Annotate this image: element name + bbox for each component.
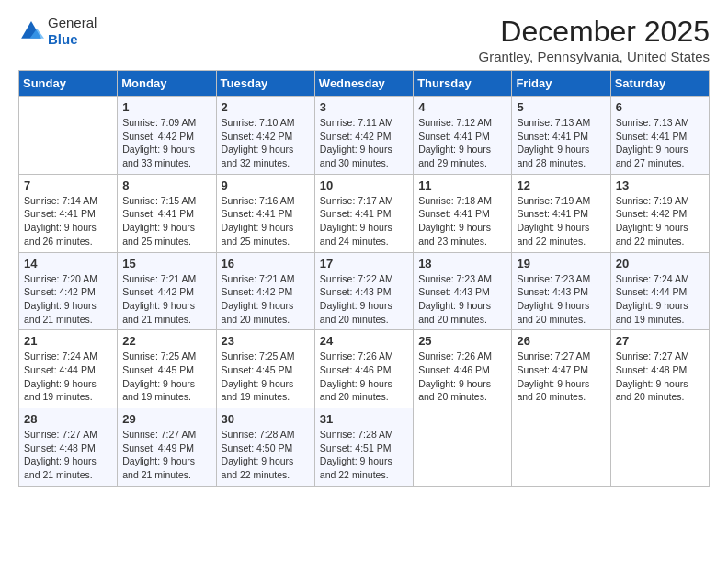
day-number: 30 bbox=[222, 412, 310, 426]
cell-text: Sunrise: 7:13 AMSunset: 4:41 PMDaylight:… bbox=[517, 116, 605, 170]
calendar-cell: 9Sunrise: 7:16 AMSunset: 4:41 PMDaylight… bbox=[216, 174, 314, 252]
calendar-cell: 7Sunrise: 7:14 AMSunset: 4:41 PMDaylight… bbox=[19, 174, 118, 252]
cell-text: Sunrise: 7:27 AMSunset: 4:47 PMDaylight:… bbox=[517, 350, 605, 404]
calendar-cell bbox=[512, 408, 610, 487]
logo-text: General Blue bbox=[48, 15, 97, 48]
day-number: 27 bbox=[616, 334, 704, 348]
day-number: 28 bbox=[24, 412, 112, 426]
header-cell: Wednesday bbox=[314, 71, 413, 97]
cell-text: Sunrise: 7:23 AMSunset: 4:43 PMDaylight:… bbox=[517, 272, 605, 327]
calendar-cell: 10Sunrise: 7:17 AMSunset: 4:41 PMDayligh… bbox=[314, 174, 413, 252]
day-number: 21 bbox=[24, 334, 112, 348]
calendar-cell bbox=[414, 408, 512, 487]
calendar-cell: 29Sunrise: 7:27 AMSunset: 4:49 PMDayligh… bbox=[118, 408, 216, 487]
day-number: 7 bbox=[24, 178, 112, 192]
day-number: 10 bbox=[320, 178, 408, 192]
header-cell: Tuesday bbox=[216, 71, 314, 97]
cell-text: Sunrise: 7:20 AMSunset: 4:42 PMDaylight:… bbox=[24, 272, 112, 327]
calendar-table: SundayMondayTuesdayWednesdayThursdayFrid… bbox=[18, 70, 710, 487]
day-number: 14 bbox=[24, 257, 112, 270]
calendar-cell bbox=[19, 97, 118, 175]
cell-text: Sunrise: 7:22 AMSunset: 4:43 PMDaylight:… bbox=[320, 272, 408, 327]
day-number: 25 bbox=[418, 334, 506, 348]
calendar-cell: 5Sunrise: 7:13 AMSunset: 4:41 PMDaylight… bbox=[512, 97, 610, 175]
cell-text: Sunrise: 7:18 AMSunset: 4:41 PMDaylight:… bbox=[418, 194, 506, 248]
calendar-cell: 11Sunrise: 7:18 AMSunset: 4:41 PMDayligh… bbox=[414, 174, 512, 252]
cell-text: Sunrise: 7:25 AMSunset: 4:45 PMDaylight:… bbox=[122, 350, 210, 404]
calendar-cell: 18Sunrise: 7:23 AMSunset: 4:43 PMDayligh… bbox=[414, 252, 512, 330]
header-cell: Thursday bbox=[414, 71, 512, 97]
cell-text: Sunrise: 7:24 AMSunset: 4:44 PMDaylight:… bbox=[616, 272, 704, 327]
day-number: 5 bbox=[517, 100, 605, 114]
calendar-cell: 15Sunrise: 7:21 AMSunset: 4:42 PMDayligh… bbox=[118, 252, 216, 330]
day-number: 9 bbox=[222, 178, 310, 192]
calendar-cell: 16Sunrise: 7:21 AMSunset: 4:42 PMDayligh… bbox=[216, 252, 314, 330]
header-cell: Monday bbox=[118, 71, 216, 97]
calendar-cell: 12Sunrise: 7:19 AMSunset: 4:41 PMDayligh… bbox=[512, 174, 610, 252]
day-number: 22 bbox=[122, 334, 210, 348]
header-row: SundayMondayTuesdayWednesdayThursdayFrid… bbox=[19, 71, 710, 97]
calendar-cell: 17Sunrise: 7:22 AMSunset: 4:43 PMDayligh… bbox=[314, 252, 413, 330]
calendar-cell: 6Sunrise: 7:13 AMSunset: 4:41 PMDaylight… bbox=[610, 97, 709, 175]
cell-text: Sunrise: 7:19 AMSunset: 4:41 PMDaylight:… bbox=[517, 194, 605, 248]
header-cell: Saturday bbox=[610, 71, 709, 97]
cell-text: Sunrise: 7:09 AMSunset: 4:42 PMDaylight:… bbox=[122, 116, 210, 170]
calendar-cell bbox=[610, 408, 709, 487]
calendar-cell: 19Sunrise: 7:23 AMSunset: 4:43 PMDayligh… bbox=[512, 252, 610, 330]
cell-text: Sunrise: 7:16 AMSunset: 4:41 PMDaylight:… bbox=[222, 194, 310, 248]
day-number: 26 bbox=[517, 334, 605, 348]
calendar-cell: 21Sunrise: 7:24 AMSunset: 4:44 PMDayligh… bbox=[19, 330, 118, 408]
calendar-row: 28Sunrise: 7:27 AMSunset: 4:48 PMDayligh… bbox=[19, 408, 710, 487]
day-number: 13 bbox=[616, 178, 704, 192]
calendar-cell: 25Sunrise: 7:26 AMSunset: 4:46 PMDayligh… bbox=[414, 330, 512, 408]
day-number: 8 bbox=[122, 178, 210, 192]
location: Grantley, Pennsylvania, United States bbox=[478, 49, 710, 64]
calendar-cell: 30Sunrise: 7:28 AMSunset: 4:50 PMDayligh… bbox=[216, 408, 314, 487]
cell-text: Sunrise: 7:12 AMSunset: 4:41 PMDaylight:… bbox=[418, 116, 506, 170]
cell-text: Sunrise: 7:26 AMSunset: 4:46 PMDaylight:… bbox=[320, 350, 408, 404]
month-title: December 2025 bbox=[478, 15, 710, 49]
cell-text: Sunrise: 7:27 AMSunset: 4:48 PMDaylight:… bbox=[24, 428, 112, 482]
calendar-header: SundayMondayTuesdayWednesdayThursdayFrid… bbox=[19, 71, 710, 97]
day-number: 24 bbox=[320, 334, 408, 348]
header-cell: Sunday bbox=[19, 71, 118, 97]
day-number: 4 bbox=[418, 100, 506, 114]
day-number: 19 bbox=[517, 257, 605, 270]
calendar-cell: 28Sunrise: 7:27 AMSunset: 4:48 PMDayligh… bbox=[19, 408, 118, 487]
calendar-cell: 24Sunrise: 7:26 AMSunset: 4:46 PMDayligh… bbox=[314, 330, 413, 408]
cell-text: Sunrise: 7:21 AMSunset: 4:42 PMDaylight:… bbox=[222, 272, 310, 327]
page-header: General Blue December 2025 Grantley, Pen… bbox=[18, 15, 710, 64]
logo: General Blue bbox=[18, 15, 97, 48]
logo-general: General bbox=[48, 15, 97, 31]
day-number: 12 bbox=[517, 178, 605, 192]
calendar-row: 14Sunrise: 7:20 AMSunset: 4:42 PMDayligh… bbox=[19, 252, 710, 330]
calendar-cell: 3Sunrise: 7:11 AMSunset: 4:42 PMDaylight… bbox=[314, 97, 413, 175]
title-block: December 2025 Grantley, Pennsylvania, Un… bbox=[478, 15, 710, 64]
calendar-body: 1Sunrise: 7:09 AMSunset: 4:42 PMDaylight… bbox=[19, 97, 710, 487]
day-number: 1 bbox=[122, 100, 210, 114]
calendar-cell: 26Sunrise: 7:27 AMSunset: 4:47 PMDayligh… bbox=[512, 330, 610, 408]
cell-text: Sunrise: 7:19 AMSunset: 4:42 PMDaylight:… bbox=[616, 194, 704, 248]
cell-text: Sunrise: 7:27 AMSunset: 4:48 PMDaylight:… bbox=[616, 350, 704, 404]
calendar-cell: 8Sunrise: 7:15 AMSunset: 4:41 PMDaylight… bbox=[118, 174, 216, 252]
cell-text: Sunrise: 7:10 AMSunset: 4:42 PMDaylight:… bbox=[222, 116, 310, 170]
day-number: 18 bbox=[418, 257, 506, 270]
logo-blue: Blue bbox=[48, 31, 97, 48]
cell-text: Sunrise: 7:27 AMSunset: 4:49 PMDaylight:… bbox=[122, 428, 210, 482]
cell-text: Sunrise: 7:28 AMSunset: 4:51 PMDaylight:… bbox=[320, 428, 408, 482]
calendar-cell: 22Sunrise: 7:25 AMSunset: 4:45 PMDayligh… bbox=[118, 330, 216, 408]
day-number: 29 bbox=[122, 412, 210, 426]
cell-text: Sunrise: 7:26 AMSunset: 4:46 PMDaylight:… bbox=[418, 350, 506, 404]
day-number: 3 bbox=[320, 100, 408, 114]
calendar-cell: 20Sunrise: 7:24 AMSunset: 4:44 PMDayligh… bbox=[610, 252, 709, 330]
cell-text: Sunrise: 7:25 AMSunset: 4:45 PMDaylight:… bbox=[222, 350, 310, 404]
day-number: 11 bbox=[418, 178, 506, 192]
cell-text: Sunrise: 7:28 AMSunset: 4:50 PMDaylight:… bbox=[222, 428, 310, 482]
calendar-cell: 23Sunrise: 7:25 AMSunset: 4:45 PMDayligh… bbox=[216, 330, 314, 408]
day-number: 17 bbox=[320, 257, 408, 270]
calendar-cell: 27Sunrise: 7:27 AMSunset: 4:48 PMDayligh… bbox=[610, 330, 709, 408]
day-number: 16 bbox=[222, 257, 310, 270]
day-number: 31 bbox=[320, 412, 408, 426]
calendar-cell: 31Sunrise: 7:28 AMSunset: 4:51 PMDayligh… bbox=[314, 408, 413, 487]
calendar-cell: 2Sunrise: 7:10 AMSunset: 4:42 PMDaylight… bbox=[216, 97, 314, 175]
